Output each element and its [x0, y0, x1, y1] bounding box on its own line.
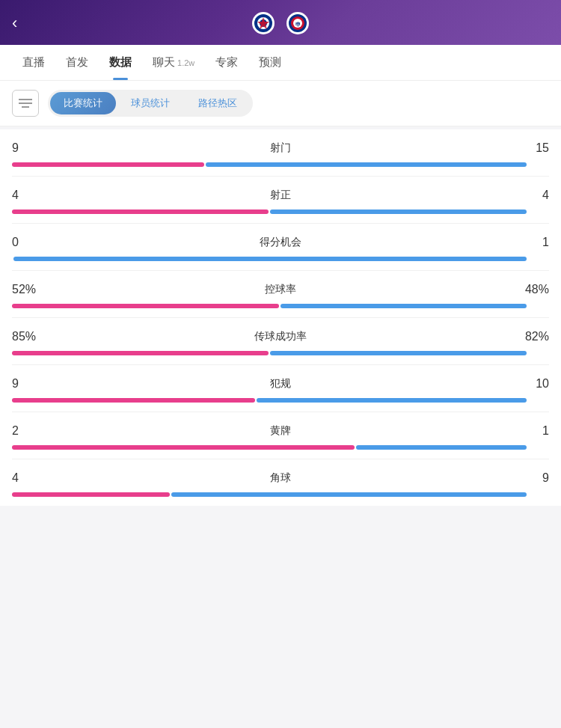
stat-right-val-5: 10	[512, 377, 549, 391]
stat-header-0: 9射门15	[12, 141, 549, 155]
tab-lineup[interactable]: 首发	[55, 45, 99, 80]
stat-right-val-2: 1	[512, 236, 549, 249]
stat-tab-switcher: 比赛统计 球员统计 路径热区	[48, 90, 253, 117]
toolbar: 比赛统计 球员统计 路径热区	[0, 81, 561, 126]
stat-right-val-0: 15	[512, 141, 549, 155]
stat-row-7: 4角球9	[12, 459, 549, 506]
stat-left-val-2: 0	[12, 236, 49, 249]
header: ‹ 申	[0, 0, 561, 45]
bar-blue-4	[270, 351, 527, 355]
tab-data[interactable]: 数据	[99, 45, 142, 80]
stat-label-5: 犯规	[270, 377, 291, 391]
icon-line-3	[22, 106, 29, 108]
stat-right-val-3: 48%	[512, 283, 549, 296]
stat-right-val-1: 4	[512, 189, 549, 202]
bar-pink-1	[12, 209, 269, 214]
tab-predict[interactable]: 预测	[248, 45, 292, 80]
tab-player-stats[interactable]: 球员统计	[117, 92, 183, 114]
stat-row-3: 52%控球率48%	[12, 271, 549, 318]
stat-row-0: 9射门15	[12, 129, 549, 177]
stat-label-0: 射门	[270, 141, 291, 155]
stat-row-1: 4射正4	[12, 177, 549, 224]
stat-left-val-7: 4	[12, 471, 49, 485]
stat-header-3: 52%控球率48%	[12, 283, 549, 296]
stat-left-val-1: 4	[12, 189, 49, 202]
tab-match-stats[interactable]: 比赛统计	[50, 92, 116, 114]
icon-line-1	[19, 99, 32, 100]
stat-header-7: 4角球9	[12, 471, 549, 485]
svg-text:申: 申	[295, 21, 301, 27]
bar-pink-4	[12, 351, 269, 355]
stat-right-val-4: 82%	[512, 330, 549, 343]
stat-label-4: 传球成功率	[254, 330, 307, 343]
tab-chat[interactable]: 聊天 1.2w	[142, 45, 205, 80]
team-left-logo	[252, 12, 275, 34]
stat-row-6: 2黄牌1	[12, 412, 549, 459]
bar-pink-3	[12, 304, 279, 308]
stat-header-5: 9犯规10	[12, 377, 549, 391]
tab-expert[interactable]: 专家	[205, 45, 248, 80]
layout-icon[interactable]	[12, 90, 39, 117]
stat-bar-2	[12, 257, 549, 261]
nav-tabs: 直播 首发 数据 聊天 1.2w 专家 预测	[0, 45, 561, 81]
stat-row-5: 9犯规10	[12, 365, 549, 412]
stat-left-val-6: 2	[12, 424, 49, 438]
bar-blue-0	[206, 162, 527, 167]
icon-line-2	[19, 103, 32, 104]
bar-pink-5	[12, 398, 255, 403]
bar-blue-2	[13, 257, 527, 261]
stat-label-2: 得分机会	[260, 236, 301, 249]
stat-bar-6	[12, 445, 549, 450]
stat-bar-7	[12, 492, 549, 497]
stat-label-6: 黄牌	[270, 424, 291, 438]
stat-bar-3	[12, 304, 549, 308]
stat-label-7: 角球	[270, 471, 291, 485]
stat-header-1: 4射正4	[12, 189, 549, 202]
stat-header-6: 2黄牌1	[12, 424, 549, 438]
bar-blue-1	[270, 209, 527, 214]
stat-header-4: 85%传球成功率82%	[12, 330, 549, 343]
stats-container: 9射门154射正40得分机会152%控球率48%85%传球成功率82%9犯规10…	[0, 129, 561, 506]
bar-blue-6	[356, 445, 527, 450]
tab-live[interactable]: 直播	[12, 45, 55, 80]
stat-bar-1	[12, 209, 549, 214]
stat-label-3: 控球率	[265, 283, 296, 296]
stat-left-val-0: 9	[12, 141, 49, 155]
bar-blue-5	[257, 398, 527, 403]
bar-blue-3	[280, 304, 527, 308]
bar-pink-7	[12, 492, 170, 497]
stat-left-val-4: 85%	[12, 330, 49, 343]
back-button[interactable]: ‹	[12, 13, 42, 33]
bar-pink-6	[12, 445, 355, 450]
stat-bar-5	[12, 398, 549, 403]
stat-label-1: 射正	[270, 189, 291, 202]
stat-left-val-3: 52%	[12, 283, 49, 296]
bar-blue-7	[171, 492, 527, 497]
tab-heatmap[interactable]: 路径热区	[185, 92, 251, 114]
stat-bar-0	[12, 162, 549, 167]
stat-bar-4	[12, 351, 549, 355]
score-area: 申	[42, 12, 519, 34]
stat-row-4: 85%传球成功率82%	[12, 318, 549, 365]
bar-pink-0	[12, 162, 204, 167]
stat-right-val-6: 1	[512, 424, 549, 438]
stat-row-2: 0得分机会1	[12, 224, 549, 271]
stat-right-val-7: 9	[512, 471, 549, 485]
chat-badge: 1.2w	[175, 58, 194, 67]
stat-left-val-5: 9	[12, 377, 49, 391]
stat-header-2: 0得分机会1	[12, 236, 549, 249]
team-right-logo: 申	[286, 12, 309, 34]
